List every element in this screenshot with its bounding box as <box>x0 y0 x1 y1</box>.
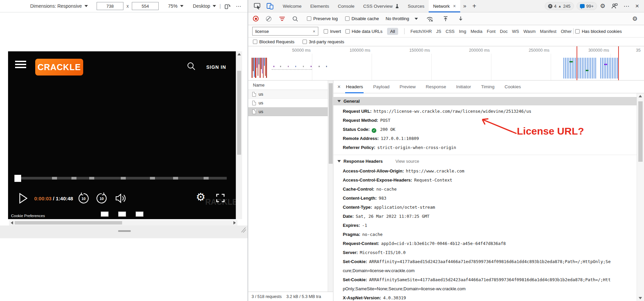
name-column-header[interactable]: Name <box>248 81 333 90</box>
scroll-right-icon[interactable] <box>233 221 236 224</box>
crackle-logo[interactable]: CRACKLE <box>35 59 83 76</box>
filter-type-css[interactable]: CSS <box>446 29 455 34</box>
player-settings-gear-icon[interactable]: ⚙ <box>196 191 206 203</box>
third-party-requests-checkbox[interactable]: 3rd-party requests <box>303 39 344 44</box>
network-search-icon[interactable] <box>289 16 301 22</box>
progress-bar[interactable] <box>17 177 227 180</box>
more-tabs-icon[interactable]: » <box>460 3 469 9</box>
filter-type-fetch-xhr[interactable]: Fetch/XHR <box>411 29 432 34</box>
new-tool-icon[interactable]: + <box>469 2 479 10</box>
filter-type-other[interactable]: Other <box>561 29 572 34</box>
export-har-icon[interactable] <box>455 16 466 22</box>
tab-sources[interactable]: Sources <box>404 0 429 12</box>
invert-checkbox[interactable]: Invert <box>324 29 341 34</box>
filter-type-doc[interactable]: Doc <box>500 29 507 34</box>
scroll-left-icon[interactable] <box>11 221 13 224</box>
settings-gear-icon[interactable]: ⚙ <box>597 2 608 10</box>
details-scrollbar[interactable] <box>637 93 644 301</box>
close-tab-icon[interactable]: × <box>453 3 456 9</box>
filter-type-js[interactable]: JS <box>436 29 441 34</box>
hide-data-urls-checkbox[interactable]: Hide data URLs <box>345 29 383 34</box>
scrollbar-thumb[interactable] <box>15 221 122 224</box>
clear-network-log-icon[interactable] <box>266 16 271 21</box>
filter-input[interactable]: license × <box>252 27 318 36</box>
resize-corner-icon[interactable] <box>240 226 247 234</box>
close-details-icon[interactable]: × <box>337 84 340 90</box>
filter-type-manifest[interactable]: Manifest <box>540 29 556 34</box>
tab-elements[interactable]: Elements <box>306 0 333 12</box>
sign-in-button[interactable]: SIGN IN <box>206 64 226 70</box>
filter-type-media[interactable]: Media <box>471 29 482 34</box>
more-options-icon[interactable]: ⋯ <box>236 3 241 9</box>
devtools-more-icon[interactable]: ⋯ <box>621 3 632 10</box>
details-tab-preview[interactable]: Preview <box>399 81 416 93</box>
request-row[interactable]: us <box>248 90 333 99</box>
rewind-10-button[interactable]: 10 <box>77 192 90 205</box>
network-conditions-icon[interactable] <box>423 16 436 22</box>
disable-cache-checkbox[interactable]: Disable cache <box>345 16 379 21</box>
general-section-header[interactable]: General <box>333 97 637 105</box>
details-tab-timing[interactable]: Timing <box>480 81 495 93</box>
devtools-close-icon[interactable]: × <box>632 2 642 10</box>
search-icon[interactable] <box>186 61 196 71</box>
throttling-dropdown[interactable]: No throttling <box>386 16 418 21</box>
record-network-log-icon[interactable] <box>253 16 259 21</box>
details-tab-response[interactable]: Response <box>425 81 447 93</box>
request-list-scrollbar[interactable] <box>328 81 333 292</box>
filter-type-wasm[interactable]: Wasm <box>523 29 535 34</box>
zoom-dropdown[interactable]: 75% <box>168 3 177 9</box>
details-tab-headers[interactable]: Headers <box>345 81 364 93</box>
issues-badge[interactable]: 99+ <box>577 2 597 10</box>
scrollbar-thumb[interactable] <box>237 71 241 155</box>
scroll-down-icon[interactable] <box>639 297 642 299</box>
rotate-device-icon[interactable] <box>224 3 230 9</box>
scroll-up-icon[interactable] <box>639 95 642 97</box>
video-player[interactable]: RACKLE CRACKLE SIGN IN 0:00:03 / 1:4 <box>8 51 236 219</box>
response-headers-section-header[interactable]: Response Headers View source <box>333 155 637 165</box>
page-horizontal-scrollbar[interactable] <box>9 220 237 225</box>
inspect-element-icon[interactable] <box>251 2 264 10</box>
volume-icon[interactable] <box>115 193 127 204</box>
network-overview-timeline[interactable]: 50000 ms100000 ms150000 ms200000 ms25000… <box>248 46 644 81</box>
forward-10-button[interactable]: 10 <box>95 192 108 205</box>
height-field[interactable] <box>132 2 159 10</box>
network-settings-gear-icon[interactable]: ⚙ <box>629 15 641 22</box>
preserve-log-checkbox[interactable]: Preserve log <box>307 16 338 21</box>
request-row[interactable]: us <box>248 99 333 107</box>
progress-scrubber[interactable] <box>14 175 21 182</box>
details-tab-payload[interactable]: Payload <box>372 81 390 93</box>
tab-console[interactable]: Console <box>333 0 359 12</box>
request-row[interactable]: us <box>248 107 333 116</box>
blocked-requests-checkbox[interactable]: Blocked Requests <box>253 39 294 44</box>
cookie-preferences-link[interactable]: Cookie Preferences <box>11 214 45 218</box>
feedback-person-icon[interactable] <box>608 3 621 9</box>
page-vertical-scrollbar[interactable] <box>236 51 242 219</box>
has-blocked-cookies-checkbox[interactable]: Has blocked cookies <box>575 29 622 34</box>
resize-grip-handle[interactable] <box>118 230 131 232</box>
device-emulation-icon[interactable] <box>264 2 276 10</box>
menu-icon[interactable] <box>15 61 26 69</box>
clear-filter-icon[interactable]: × <box>313 29 315 34</box>
errors-warnings-badge[interactable]: × 4 ▲ 245 <box>545 2 574 10</box>
filter-icon[interactable] <box>279 16 285 22</box>
filter-type-all[interactable]: All <box>387 28 398 35</box>
filter-type-ws[interactable]: WS <box>512 29 519 34</box>
tab-css-overview[interactable]: CSS Overview <box>359 0 404 12</box>
timeline-tick-label: 50000 ms <box>284 48 311 53</box>
filter-type-font[interactable]: Font <box>487 29 495 34</box>
details-tab-initiator[interactable]: Initiator <box>455 81 472 93</box>
filter-type-img[interactable]: Img <box>459 29 466 34</box>
scrollbar-thumb[interactable] <box>329 83 333 164</box>
device-type-dropdown[interactable]: Desktop <box>193 3 210 9</box>
view-source-link[interactable]: View source <box>395 159 419 164</box>
scrollbar-thumb[interactable] <box>638 101 643 162</box>
play-button[interactable] <box>17 192 29 205</box>
scroll-up-icon[interactable] <box>237 53 241 55</box>
fullscreen-icon[interactable] <box>215 193 225 203</box>
tab-network[interactable]: Network× <box>429 0 460 12</box>
dimensions-dropdown[interactable]: Dimensions: Responsive <box>30 3 82 9</box>
details-tab-cookies[interactable]: Cookies <box>504 81 522 93</box>
import-har-icon[interactable] <box>440 16 451 22</box>
width-field[interactable] <box>97 2 123 10</box>
tab-welcome[interactable]: Welcome <box>278 0 306 12</box>
